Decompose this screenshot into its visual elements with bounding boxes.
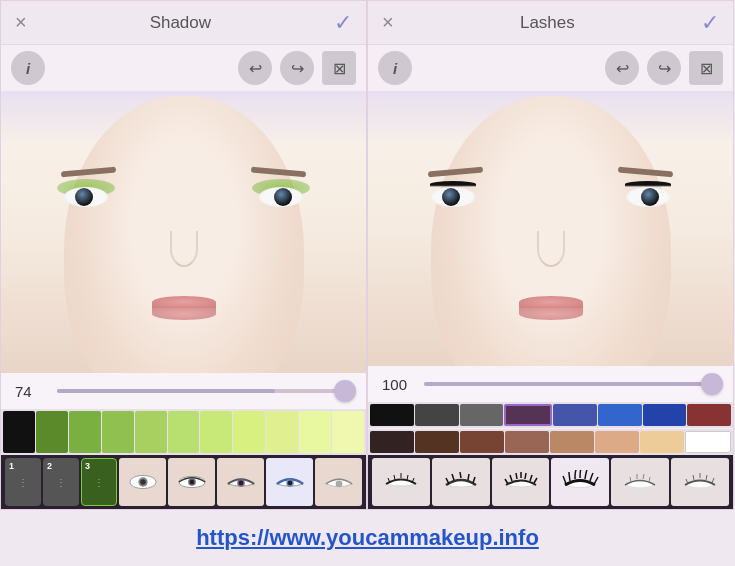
shadow-tool-1[interactable]: 1 ⋮ (5, 458, 41, 506)
lashes-style-svg-5 (621, 470, 659, 494)
svg-line-31 (649, 477, 650, 482)
pupil-left-shadow (75, 188, 93, 206)
shadow-info-button[interactable]: i (11, 51, 45, 85)
shadow-slider-fill (57, 389, 275, 393)
lashes-swatch-r1-3[interactable] (460, 404, 504, 426)
svg-point-9 (287, 481, 292, 486)
footer-link[interactable]: https://www.youcammakeup.info (196, 525, 539, 551)
lashes-swatch-r2-4[interactable] (505, 431, 549, 453)
shadow-tool-2[interactable]: 2 ⋮ (43, 458, 79, 506)
shadow-eye-tool-2[interactable] (168, 458, 215, 506)
lashes-swatch-r1-4[interactable] (504, 404, 552, 426)
shadow-eye-tool-3[interactable] (217, 458, 264, 506)
svg-point-5 (189, 480, 194, 485)
lashes-redo-button[interactable]: ↪ (647, 51, 681, 85)
shadow-eye-svg-1 (127, 471, 159, 493)
svg-line-17 (452, 474, 454, 480)
lashes-swatch-r2-5[interactable] (550, 431, 594, 453)
shadow-header: × Shadow ✓ (1, 1, 366, 45)
svg-line-36 (712, 478, 714, 483)
lashes-style-3[interactable] (492, 458, 550, 506)
lashes-style-4[interactable] (551, 458, 609, 506)
nose-lashes (537, 231, 565, 267)
lashes-swatch-r2-8[interactable] (685, 431, 731, 453)
shadow-swatch-2[interactable] (36, 411, 68, 453)
lashes-confirm-button[interactable]: ✓ (701, 10, 719, 36)
lashes-face-photo (368, 91, 733, 366)
shadow-eye-svg-5 (323, 471, 355, 493)
svg-line-14 (407, 475, 408, 480)
pupil-right-lashes (641, 188, 659, 206)
lashes-swatch-r1-6[interactable] (598, 404, 642, 426)
shadow-tool-3[interactable]: 3 ⋮ (81, 458, 117, 506)
lashes-style-2[interactable] (432, 458, 490, 506)
shadow-eye-tool-1[interactable] (119, 458, 166, 506)
shadow-eye-tool-4[interactable] (266, 458, 313, 506)
svg-line-22 (510, 475, 512, 481)
svg-point-7 (238, 481, 243, 486)
shadow-panel: × Shadow ✓ i ↩ ↪ ⊠ (0, 0, 367, 510)
lashes-slider-area: 100 (368, 366, 733, 402)
shadow-swatch-10[interactable] (299, 411, 331, 453)
svg-line-18 (460, 472, 461, 478)
lashes-swatch-r1-1[interactable] (370, 404, 414, 426)
shadow-slider-thumb[interactable] (334, 380, 356, 402)
svg-point-10 (335, 481, 342, 488)
shadow-swatch-6[interactable] (168, 411, 200, 453)
shadow-confirm-button[interactable]: ✓ (334, 10, 352, 36)
lashes-swatch-r2-3[interactable] (460, 431, 504, 453)
lashes-swatch-r2-1[interactable] (370, 431, 414, 453)
lashes-style-svg-2 (442, 470, 480, 494)
shadow-swatch-1[interactable] (3, 411, 35, 453)
lashes-crop-button[interactable]: ⊠ (689, 51, 723, 85)
lashes-close-button[interactable]: × (382, 11, 394, 34)
lashes-style-5[interactable] (611, 458, 669, 506)
lashes-swatch-r2-6[interactable] (595, 431, 639, 453)
lip-lower-lashes (519, 308, 583, 320)
shadow-close-button[interactable]: × (15, 11, 27, 34)
lashes-swatch-r1-5[interactable] (553, 404, 597, 426)
shadow-slider-track[interactable] (57, 389, 352, 393)
shadow-eye-svg-4 (274, 471, 306, 493)
shadow-crop-button[interactable]: ⊠ (322, 51, 356, 85)
lashes-swatch-r1-7[interactable] (643, 404, 687, 426)
lashes-title: Lashes (520, 13, 575, 33)
lashes-style-svg-4 (561, 470, 599, 494)
svg-line-35 (706, 475, 707, 480)
lashes-style-svg-1 (382, 470, 420, 494)
shadow-face-photo (1, 91, 366, 373)
lashes-swatch-r1-2[interactable] (415, 404, 459, 426)
shadow-swatch-7[interactable] (200, 411, 232, 453)
shadow-title: Shadow (150, 13, 211, 33)
shadow-swatch-4[interactable] (102, 411, 134, 453)
lashes-toolbar: i ↩ ↪ ⊠ (368, 45, 733, 91)
shadow-color-swatches (1, 409, 366, 455)
lashes-swatch-r1-8[interactable] (687, 404, 731, 426)
lashes-slider-fill (424, 382, 719, 386)
lashes-info-button[interactable]: i (378, 51, 412, 85)
shadow-redo-button[interactable]: ↪ (280, 51, 314, 85)
lashes-undo-button[interactable]: ↩ (605, 51, 639, 85)
shadow-swatch-11[interactable] (332, 411, 364, 453)
lips-lashes (519, 296, 583, 318)
shadow-eye-tool-5[interactable] (315, 458, 362, 506)
svg-line-33 (693, 475, 694, 480)
lips-shadow (152, 296, 216, 318)
svg-line-20 (473, 477, 475, 483)
lashes-slider-track[interactable] (424, 382, 719, 386)
lashes-style-6[interactable] (671, 458, 729, 506)
lashes-slider-thumb[interactable] (701, 373, 723, 395)
shadow-swatch-3[interactable] (69, 411, 101, 453)
footer: https://www.youcammakeup.info (0, 510, 735, 566)
shadow-swatch-9[interactable] (266, 411, 298, 453)
lashes-style-svg-6 (681, 470, 719, 494)
shadow-undo-button[interactable]: ↩ (238, 51, 272, 85)
svg-line-27 (534, 478, 537, 483)
lashes-style-1[interactable] (372, 458, 430, 506)
lip-lower-shadow (152, 308, 216, 320)
shadow-swatch-5[interactable] (135, 411, 167, 453)
shadow-swatch-8[interactable] (233, 411, 265, 453)
lashes-style-svg-3 (502, 470, 540, 494)
lashes-swatch-r2-2[interactable] (415, 431, 459, 453)
lashes-swatch-r2-7[interactable] (640, 431, 684, 453)
